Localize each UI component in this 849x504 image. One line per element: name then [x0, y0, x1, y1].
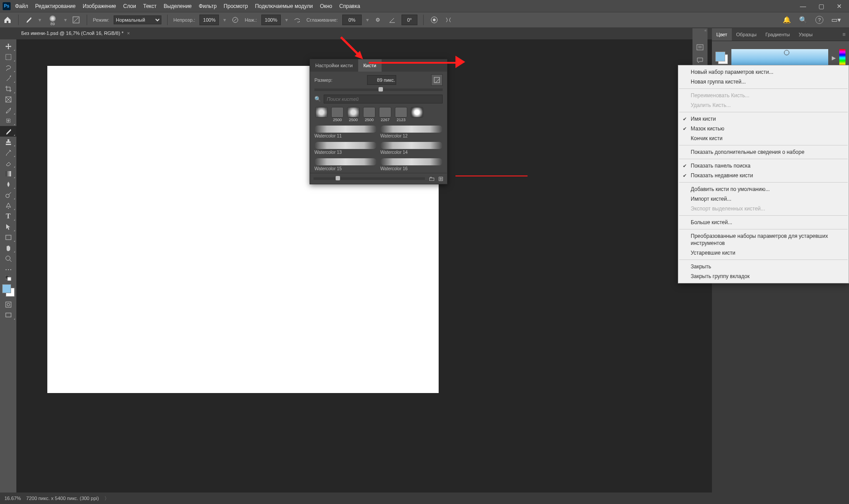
window-close-icon[interactable]: ✕	[837, 3, 842, 10]
opacity-pressure-icon[interactable]	[230, 15, 240, 25]
zoom-tool[interactable]	[0, 253, 16, 264]
brush-item[interactable]: Watercolor 16	[380, 158, 443, 171]
brush-size-slider[interactable]	[314, 88, 443, 91]
ctx-new-group[interactable]: Новая группа кистей...	[678, 77, 849, 87]
menu-layers[interactable]: Слои	[123, 3, 136, 9]
type-tool[interactable]: T	[0, 211, 16, 221]
brush-item[interactable]: Watercolor 12	[380, 126, 443, 138]
brush-new-preset-icon[interactable]: ⊞	[438, 175, 444, 182]
new-brush-icon[interactable]	[431, 74, 443, 86]
menu-view[interactable]: Просмотр	[224, 3, 248, 9]
ctx-new-preset[interactable]: Новый набор параметров кисти...	[678, 67, 849, 77]
window-maximize-icon[interactable]: ▢	[818, 3, 824, 10]
brush-preset-preview[interactable]: 89	[46, 14, 60, 26]
ctx-brush-name[interactable]: ✔Имя кисти	[678, 114, 849, 124]
blur-tool[interactable]	[0, 179, 16, 190]
default-colors-icon[interactable]	[0, 275, 16, 282]
marquee-tool[interactable]	[0, 52, 16, 62]
brush-list[interactable]: Watercolor 11 Watercolor 12 Watercolor 1…	[310, 124, 447, 173]
brush-panel-toggle-icon[interactable]	[71, 15, 81, 25]
pen-tool[interactable]	[0, 200, 16, 211]
brush-thumbnail-size-slider[interactable]	[314, 177, 425, 180]
recent-brush[interactable]	[314, 107, 329, 122]
airbrush-icon[interactable]	[292, 15, 302, 25]
status-chevron-icon[interactable]: 〉	[104, 495, 109, 502]
ctx-brush-stroke[interactable]: ✔Мазок кистью	[678, 124, 849, 134]
move-tool[interactable]	[0, 41, 16, 52]
tab-swatches[interactable]: Образцы	[732, 28, 761, 41]
brush-item[interactable]: Watercolor 14	[380, 142, 443, 155]
quickmask-icon[interactable]	[0, 299, 16, 310]
shape-tool[interactable]	[0, 232, 16, 243]
brush-folder-icon[interactable]: 🗀	[428, 175, 435, 182]
menu-plugins[interactable]: Подключаемые модули	[255, 3, 313, 9]
hand-tool[interactable]	[0, 243, 16, 253]
brush-tool[interactable]	[0, 126, 16, 137]
recent-brush[interactable]: 2267	[378, 107, 392, 122]
color-field[interactable]	[731, 49, 828, 67]
brush-size-input[interactable]	[367, 75, 396, 85]
menu-filter[interactable]: Фильтр	[199, 3, 217, 9]
opacity-input[interactable]	[199, 15, 219, 25]
recent-brush[interactable]: 2500	[346, 107, 360, 122]
screenmode-tool-icon[interactable]	[0, 310, 16, 321]
panel-menu-icon[interactable]: ≡	[839, 31, 849, 38]
angle-input[interactable]	[402, 15, 417, 25]
healing-tool[interactable]	[0, 115, 16, 126]
screen-mode-icon[interactable]: ▭▾	[831, 16, 841, 24]
help-icon[interactable]: ?	[815, 16, 823, 24]
brush-item[interactable]: Watercolor 15	[314, 158, 377, 171]
ctx-add-default[interactable]: Добавить кисти по умолчанию...	[678, 184, 849, 194]
ctx-more-brushes[interactable]: Больше кистей...	[678, 218, 849, 227]
smoothing-input[interactable]	[342, 15, 362, 25]
smoothing-settings-icon[interactable]: ⚙	[373, 15, 383, 25]
hue-slider[interactable]	[839, 49, 845, 67]
tab-brush-settings[interactable]: Настройки кисти	[310, 59, 358, 72]
menu-file[interactable]: Файл	[15, 3, 28, 9]
menu-image[interactable]: Изображение	[83, 3, 116, 9]
notifications-icon[interactable]: 🔔	[783, 16, 791, 24]
recent-brush[interactable]: 2500	[362, 107, 376, 122]
edit-toolbar-icon[interactable]: ⋯	[0, 264, 16, 275]
close-tab-icon[interactable]: ×	[127, 31, 130, 36]
search-icon[interactable]: 🔍	[799, 16, 807, 24]
color-swatches[interactable]	[2, 284, 15, 297]
brush-tool-icon[interactable]	[24, 15, 34, 25]
eraser-tool[interactable]	[0, 158, 16, 168]
expand-panels-icon[interactable]: «	[704, 28, 707, 33]
tab-color[interactable]: Цвет	[712, 28, 732, 41]
brush-item[interactable]: Watercolor 11	[314, 126, 377, 138]
blend-mode-select[interactable]: Нормальный	[114, 15, 161, 24]
color-swatch-pair[interactable]	[715, 52, 728, 64]
eyedropper-tool[interactable]	[0, 105, 16, 115]
home-icon[interactable]	[3, 15, 12, 25]
path-select-tool[interactable]	[0, 221, 16, 232]
menu-edit[interactable]: Редактирование	[35, 3, 76, 9]
status-zoom[interactable]: 16.67%	[4, 496, 21, 501]
ctx-close[interactable]: Закрыть	[678, 262, 849, 271]
recent-brush[interactable]: 2500	[330, 107, 344, 122]
tab-patterns[interactable]: Узоры	[794, 28, 817, 41]
ctx-show-recent[interactable]: ✔Показать недавние кисти	[678, 171, 849, 180]
ctx-brush-tip[interactable]: Кончик кисти	[678, 134, 849, 143]
history-panel-icon[interactable]	[692, 41, 708, 54]
gradient-tool[interactable]	[0, 168, 16, 179]
window-minimize-icon[interactable]: —	[800, 3, 806, 10]
recent-brush[interactable]: 2123	[394, 107, 408, 122]
menu-window[interactable]: Окно	[320, 3, 332, 9]
history-brush-tool[interactable]	[0, 147, 16, 158]
ctx-more-info[interactable]: Показать дополнительные сведения о набор…	[678, 147, 849, 157]
ctx-close-tab-group[interactable]: Закрыть группу вкладок	[678, 271, 849, 281]
pressure-size-icon[interactable]	[429, 15, 439, 25]
ctx-converted-sets[interactable]: Преобразованные наборы параметров для ус…	[678, 231, 849, 248]
stamp-tool[interactable]	[0, 137, 16, 147]
ctx-show-search[interactable]: ✔Показать панель поиска	[678, 161, 849, 171]
menu-select[interactable]: Выделение	[164, 3, 192, 9]
flow-input[interactable]	[261, 15, 281, 25]
tab-gradients[interactable]: Градиенты	[761, 28, 794, 41]
tab-brushes[interactable]: Кисти	[358, 59, 382, 72]
brush-search-input[interactable]	[324, 95, 443, 103]
dodge-tool[interactable]	[0, 190, 16, 200]
ctx-legacy-brushes[interactable]: Устаревшие кисти	[678, 248, 849, 258]
ctx-import-brushes[interactable]: Импорт кистей...	[678, 194, 849, 204]
